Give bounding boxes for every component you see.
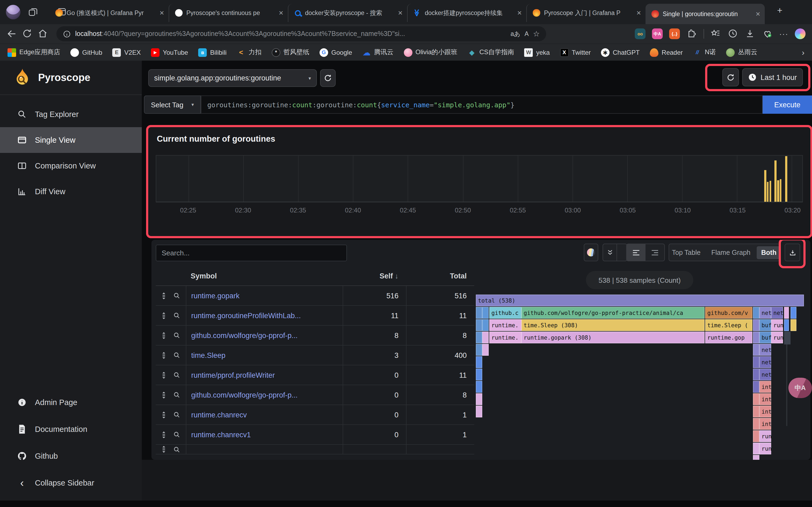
timeline-bar[interactable] (775, 160, 776, 202)
flame-node[interactable] (482, 344, 489, 356)
search-icon[interactable] (173, 332, 181, 339)
flame-node[interactable]: runtime. (489, 319, 521, 331)
expand-collapse-icon[interactable] (160, 371, 167, 379)
table-row[interactable]: runtime.goroutineProfileWithLab... 11 11 (156, 306, 474, 326)
bookmark-item[interactable]: ʙBilibili (198, 48, 226, 57)
sidebar-item-comparison-view[interactable]: Comparison View (0, 153, 142, 179)
flame-node[interactable] (784, 319, 789, 331)
sidebar-item-github[interactable]: Github (0, 443, 142, 469)
search-icon[interactable] (173, 411, 181, 418)
downloads-icon[interactable] (745, 29, 756, 39)
symbol-link[interactable]: runtime/pprof.profileWriter (186, 365, 343, 385)
bookmark-item[interactable]: Reader (650, 48, 683, 57)
bookmark-item[interactable]: <力扣 (237, 48, 261, 57)
home-icon[interactable] (38, 29, 48, 39)
table-row[interactable]: github.com/wolfogre/go-pprof-p... 0 8 (156, 385, 474, 405)
reload-icon[interactable] (22, 29, 33, 39)
expand-collapse-icon[interactable] (160, 292, 167, 300)
symbol-link[interactable]: runtime.goroutineProfileWithLab... (186, 306, 343, 325)
bookmark-item[interactable]: ◆CS自学指南 (467, 48, 514, 57)
flame-node[interactable] (476, 307, 482, 319)
bookmark-item[interactable]: GitHub (70, 48, 102, 57)
tab-close-icon[interactable]: ✕ (637, 9, 641, 16)
symbol-link[interactable]: github.com/wolfogre/go-pprof-p... (186, 385, 343, 404)
workspaces-icon[interactable] (28, 7, 38, 17)
timeline-bar[interactable] (785, 156, 787, 202)
flame-node[interactable] (476, 393, 482, 405)
flame-node[interactable]: total (538) (476, 294, 804, 306)
flame-node[interactable]: time.Sleep (308) (521, 319, 705, 331)
symbol-link[interactable]: time.Sleep (186, 345, 343, 365)
expand-collapse-icon[interactable] (160, 391, 167, 399)
timeline-bar[interactable] (777, 180, 779, 202)
flame-node[interactable]: runtime.gop (705, 332, 752, 343)
flame-node[interactable] (753, 418, 759, 430)
view-option-top-table[interactable]: Top Table (667, 246, 705, 259)
robot-extension-icon[interactable]: oo (635, 29, 646, 39)
bookmark-item[interactable]: GGoogle (319, 48, 352, 57)
bookmark-item[interactable]: Olivia的小跟班 (404, 48, 457, 57)
search-icon[interactable] (173, 431, 181, 438)
align-left-button[interactable] (627, 244, 646, 261)
table-row[interactable] (156, 445, 474, 454)
bookmark-item[interactable]: 丛雨云 (726, 48, 757, 57)
expand-collapse-icon[interactable] (160, 411, 167, 419)
flame-node[interactable]: net (771, 307, 783, 319)
color-mode-button[interactable] (584, 243, 598, 261)
address-bar[interactable]: localhost:4040/?query=goroutines%3Agorou… (56, 26, 546, 41)
bookmark-item[interactable]: //N诺 (693, 48, 716, 57)
tab-close-icon[interactable]: ✕ (279, 9, 284, 16)
search-icon[interactable] (173, 371, 181, 379)
flame-node[interactable] (753, 430, 759, 442)
flame-node[interactable] (784, 307, 789, 319)
flame-node[interactable] (753, 455, 759, 460)
symbol-link[interactable]: runtime.chanrecv (186, 405, 343, 425)
flame-node[interactable] (753, 381, 759, 393)
flame-node[interactable] (476, 369, 482, 380)
sidebar-item-single-view[interactable]: Single View (0, 127, 142, 153)
sidebar-item-collapse[interactable]: ‹ Collapse Sidebar (0, 469, 142, 496)
column-self[interactable]: Self ↓ (343, 272, 406, 280)
collapse-flamegraph-button[interactable] (603, 243, 627, 261)
sidebar-item-documentation[interactable]: Documentation (0, 416, 142, 443)
flame-node[interactable] (753, 307, 759, 319)
expand-collapse-icon[interactable] (160, 331, 167, 339)
flame-node[interactable]: run (759, 430, 771, 442)
column-total[interactable]: Total (406, 272, 474, 280)
tab-close-icon[interactable]: ✕ (517, 9, 522, 16)
flame-node[interactable]: runtime. (489, 332, 521, 343)
view-option-flame-graph[interactable]: Flame Graph (707, 246, 755, 259)
search-icon[interactable] (173, 292, 181, 299)
translate-extension-icon[interactable]: 中A (652, 29, 663, 39)
flame-node[interactable]: run (759, 443, 771, 454)
align-right-button[interactable] (646, 244, 664, 261)
sidebar-item-tag-explorer[interactable]: Tag Explorer (0, 101, 142, 127)
settings-more-icon[interactable]: ··· (779, 30, 789, 38)
symbol-link[interactable]: github.com/wolfogre/go-pprof-p... (186, 326, 343, 345)
flame-node[interactable] (476, 356, 482, 368)
query-input[interactable]: goroutines:goroutine:count:goroutine:cou… (201, 96, 763, 114)
browser-tab[interactable]: Pyroscope 入门 | Grafana P✕ (526, 4, 646, 22)
select-tag-button[interactable]: Select Tag ▾ (144, 96, 201, 114)
translate-fab[interactable]: 中A (789, 378, 812, 398)
search-input[interactable]: Search... (156, 245, 347, 261)
timeline-bar[interactable] (764, 170, 766, 202)
search-icon[interactable] (173, 312, 181, 319)
flame-node[interactable] (791, 319, 797, 331)
app-name-selector[interactable]: simple.golang.app:goroutines:goroutine ▾ (148, 69, 317, 87)
sidebar-item-diff-view[interactable]: Diff View (0, 179, 142, 205)
read-aloud-icon[interactable]: A (525, 31, 529, 37)
sidebar-item-admin-page[interactable]: Admin Page (0, 389, 142, 416)
flame-node[interactable] (476, 344, 482, 356)
favorite-star-icon[interactable]: ☆ (533, 30, 540, 38)
tab-close-icon[interactable]: ✕ (398, 9, 403, 16)
symbol-link[interactable]: runtime.gopark (186, 286, 343, 305)
time-range-button[interactable]: Last 1 hour (742, 68, 803, 87)
table-row[interactable]: runtime.chanrecv 0 1 (156, 405, 474, 425)
braces-extension-icon[interactable]: {..} (669, 29, 680, 39)
tab-close-icon[interactable]: ✕ (159, 9, 164, 16)
flame-node[interactable]: int (759, 418, 771, 430)
timeline-bar[interactable] (780, 179, 782, 202)
flame-node[interactable] (482, 319, 489, 331)
column-symbol[interactable]: Symbol (186, 272, 343, 280)
